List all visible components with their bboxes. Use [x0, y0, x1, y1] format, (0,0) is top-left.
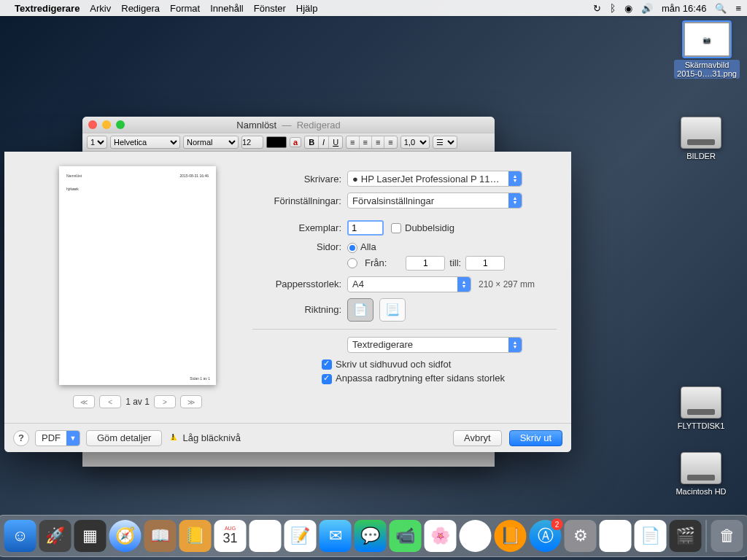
pages-all-radio[interactable]	[347, 243, 357, 253]
menu-arkiv[interactable]: Arkiv	[90, 3, 111, 14]
time-machine-icon[interactable]: ↻	[593, 3, 601, 14]
bold-button[interactable]: B	[305, 136, 318, 148]
dock-safari[interactable]: 🧭	[109, 520, 142, 552]
app-menu[interactable]: Textredigerare	[15, 3, 80, 14]
close-button[interactable]	[88, 120, 97, 129]
align-justify-button[interactable]: ≡	[384, 136, 396, 148]
menu-innehall[interactable]: Innehåll	[210, 3, 244, 14]
dock-calendar[interactable]: AUG31	[214, 520, 247, 552]
menubar: Textredigerare Arkiv Redigera Format Inn…	[0, 0, 747, 16]
dock-dictionary[interactable]: 📖	[144, 520, 177, 552]
page-indicator: 1 av 1	[125, 397, 150, 407]
page-navigator: ≪ < 1 av 1 > ≫	[34, 395, 241, 408]
dock-messages[interactable]: 💬	[355, 520, 387, 552]
dock-appstore[interactable]: Ⓐ2	[530, 520, 562, 552]
font-size-input[interactable]	[241, 136, 263, 149]
volume-icon[interactable]: 🔊	[641, 3, 653, 14]
menu-format[interactable]: Format	[170, 3, 200, 14]
menu-redigera[interactable]: Redigera	[121, 3, 160, 14]
low-ink-warning: Låg bläcknivå	[182, 432, 241, 443]
presets-label: Förinställningar:	[252, 195, 347, 206]
print-dialog-bottom-bar: ? PDF▼ Göm detaljer Låg bläcknivå Avbryt…	[4, 423, 571, 452]
bluetooth-icon[interactable]: ᛒ	[610, 2, 616, 14]
printer-select[interactable]: ●HP LaserJet Professional P 11… ▲▼	[347, 171, 522, 187]
italic-button[interactable]: I	[318, 136, 328, 148]
font-style-select[interactable]: Normal	[183, 136, 239, 149]
next-page-button[interactable]: >	[154, 395, 176, 408]
minimize-button[interactable]	[102, 120, 111, 129]
dock-ibooks[interactable]: 📙	[495, 520, 527, 552]
copies-input[interactable]	[347, 220, 384, 236]
zoom-button[interactable]	[116, 120, 125, 129]
print-preview-column: Namnlöst2015-08-31 16:46 hjrkøøk Sidan 1…	[34, 166, 241, 408]
hide-details-button[interactable]: Göm detaljer	[86, 430, 162, 446]
two-sided-checkbox[interactable]	[391, 223, 401, 233]
first-page-button[interactable]: ≪	[73, 395, 95, 408]
badge: 2	[551, 518, 563, 530]
drive-bilder[interactable]: BILDER	[668, 117, 734, 160]
app-options-select[interactable]: Textredigerare ▲▼	[347, 337, 522, 353]
pages-from-label: Från:	[365, 257, 387, 268]
align-left-button[interactable]: ≡	[347, 136, 358, 148]
styles-select[interactable]: 1 ▾	[87, 136, 107, 149]
chevron-down-icon: ▼	[66, 431, 80, 446]
notification-center-icon[interactable]: ≡	[735, 3, 741, 14]
spotlight-icon[interactable]: 🔍	[715, 3, 727, 14]
drive-macintosh-hd[interactable]: Macintosh HD	[668, 452, 734, 496]
pages-to-label: till:	[449, 257, 461, 268]
orientation-portrait-button[interactable]: 📄	[347, 298, 374, 322]
dock-trash[interactable]: 🗑	[711, 520, 743, 552]
font-family-select[interactable]: Helvetica	[110, 136, 180, 149]
prev-page-button[interactable]: <	[99, 395, 121, 408]
external-drive-icon	[681, 117, 721, 149]
dock-system-preferences[interactable]: ⚙	[565, 520, 597, 552]
align-right-button[interactable]: ≡	[371, 136, 384, 148]
dock-textedit[interactable]: 📄	[635, 520, 667, 552]
presets-select[interactable]: Förvalsinställningar ▲▼	[347, 192, 522, 209]
paper-size-select[interactable]: A4 ▲▼	[347, 276, 471, 292]
align-center-button[interactable]: ≡	[359, 136, 371, 148]
print-button[interactable]: Skriv ut	[509, 430, 562, 446]
clock[interactable]: mån 16:46	[662, 3, 706, 14]
last-page-button[interactable]: ≫	[180, 395, 202, 408]
orientation-label: Riktning:	[252, 304, 347, 315]
menu-fonster[interactable]: Fönster	[254, 3, 286, 14]
dock-mission-control[interactable]: ▦	[74, 520, 107, 552]
menu-hjalp[interactable]: Hjälp	[296, 3, 318, 14]
dock-contacts[interactable]: 📒	[179, 520, 212, 552]
format-toolbar: 1 ▾ Helvetica Normal a B I U ≡ ≡ ≡ ≡ 1,0…	[82, 133, 495, 152]
pdf-menu-button[interactable]: PDF▼	[35, 430, 80, 446]
underline-button[interactable]: U	[328, 136, 342, 148]
window-titlebar[interactable]: Namnlöst — Redigerad	[82, 117, 495, 133]
dock-notes[interactable]: 📝	[285, 520, 317, 552]
portrait-icon: 📄	[353, 303, 368, 316]
drive-flyttdisk[interactable]: FLYTTDISK1	[668, 386, 734, 430]
header-footer-checkbox[interactable]	[322, 359, 332, 370]
orientation-landscape-button[interactable]: 📃	[379, 298, 406, 322]
text-color-swatch[interactable]	[266, 136, 287, 148]
dock-photos[interactable]: 🌸	[425, 520, 457, 552]
dock-openoffice[interactable]: 🕊	[600, 520, 632, 552]
help-button[interactable]: ?	[13, 430, 29, 446]
dock-itunes[interactable]: ♫	[460, 520, 492, 552]
pages-range-radio[interactable]	[347, 258, 357, 268]
desktop-screenshot-file[interactable]: 📷 Skärmavbild 2015-0….31.png	[674, 22, 740, 79]
list-style-select[interactable]: ☰ ▾	[433, 136, 457, 149]
dock-launchpad[interactable]: 🚀	[39, 520, 71, 552]
print-dialog: Namnlöst2015-08-31 16:46 hjrkøøk Sidan 1…	[4, 152, 571, 452]
text-color-a-icon[interactable]: a	[290, 137, 301, 147]
dock-imovie[interactable]: 🎬	[670, 520, 702, 552]
thumbnail-icon: 📷	[684, 22, 730, 57]
dock-reminders[interactable]: ☑	[249, 520, 282, 552]
dock-mail[interactable]: ✉	[320, 520, 352, 552]
dock-facetime[interactable]: 📹	[390, 520, 422, 552]
dock-finder[interactable]: ☺	[4, 520, 36, 552]
cancel-button[interactable]: Avbryt	[453, 430, 502, 446]
dropdown-arrows-icon: ▲▼	[508, 193, 522, 208]
line-spacing-select[interactable]: 1,0	[400, 136, 430, 149]
rewrap-checkbox[interactable]	[322, 374, 332, 384]
pages-to-input[interactable]	[465, 256, 505, 271]
wifi-icon[interactable]: ◉	[624, 3, 632, 14]
pages-from-input[interactable]	[406, 256, 445, 271]
copies-label: Exemplar:	[252, 222, 347, 233]
